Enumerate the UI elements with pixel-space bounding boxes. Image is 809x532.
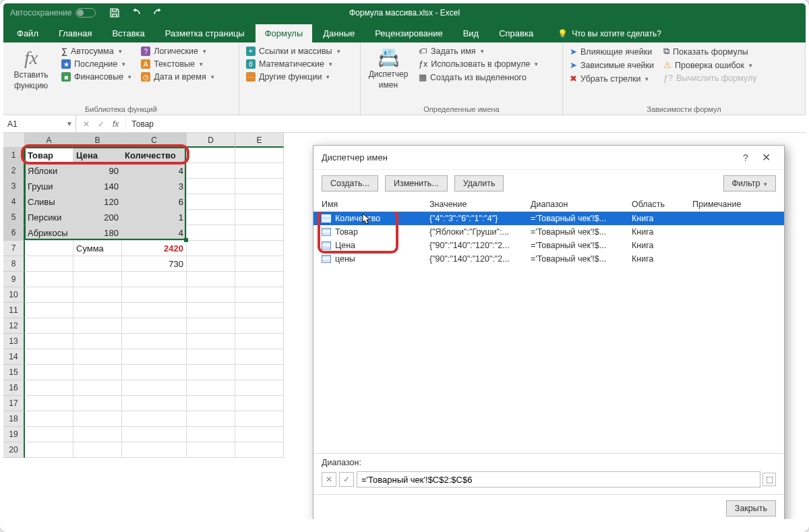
cell[interactable]: 120 (73, 194, 122, 210)
row-header[interactable]: 4 (3, 194, 25, 210)
formula-input[interactable]: Товар (126, 115, 806, 132)
col-name[interactable]: Имя (322, 200, 429, 209)
tab-review[interactable]: Рецензирование (365, 24, 452, 42)
row-header[interactable]: 1 (3, 148, 25, 163)
cell[interactable]: 4 (122, 163, 187, 179)
create-from-selection-button[interactable]: ▦Создать из выделенного (416, 71, 541, 83)
grid[interactable]: Товар Цена Количество Яблоки904 Груши140… (25, 148, 284, 458)
close-button[interactable]: Закрыть (726, 500, 776, 516)
row-header[interactable]: 15 (3, 365, 25, 380)
tab-insert[interactable]: Вставка (102, 24, 154, 42)
col-header[interactable]: E (235, 133, 284, 148)
row-header[interactable]: 5 (3, 210, 25, 225)
cell[interactable]: Груши (25, 179, 73, 194)
cell[interactable]: Сумма (73, 241, 122, 256)
cell[interactable]: 730 (122, 256, 187, 272)
evaluate-formula-button[interactable]: ƒ?Вычислить формулу (661, 73, 759, 84)
insert-function-button[interactable]: fx Вставить функцию (7, 45, 55, 93)
lookup-button[interactable]: ⌖Ссылки и массивы▾ (243, 46, 343, 57)
close-icon[interactable]: ✕ (756, 151, 776, 164)
accept-range-icon[interactable]: ✓ (339, 472, 354, 487)
row-header[interactable]: 7 (3, 241, 25, 256)
row-header[interactable]: 13 (3, 334, 25, 349)
cell[interactable]: 1 (122, 210, 187, 225)
row-header[interactable]: 16 (3, 380, 25, 396)
tab-view[interactable]: Вид (454, 24, 489, 42)
cell[interactable]: 90 (73, 163, 122, 179)
list-item[interactable]: цены {"90":"140":"120":"2... ='Товарный … (313, 252, 784, 266)
select-all-corner[interactable] (3, 133, 25, 148)
cell[interactable]: 2420 (122, 241, 187, 256)
row-header[interactable]: 9 (3, 272, 25, 287)
cell[interactable]: 200 (73, 210, 122, 225)
collapse-dialog-icon[interactable]: ⬚ (762, 473, 776, 486)
range-input[interactable]: ='Товарный чек'!$C$2:$C$6 (357, 471, 760, 487)
row-header[interactable]: 18 (3, 411, 25, 427)
row-header[interactable]: 6 (3, 225, 25, 241)
dialog-titlebar[interactable]: Диспетчер имен ? ✕ (313, 146, 784, 170)
row-header[interactable]: 3 (3, 179, 25, 194)
financial-button[interactable]: ■Финансовые▾ (59, 71, 134, 82)
row-header[interactable]: 12 (3, 318, 25, 334)
tab-formulas[interactable]: Формулы (256, 24, 313, 42)
cell[interactable] (187, 148, 235, 163)
row-header[interactable]: 14 (3, 349, 25, 365)
fill-handle[interactable] (184, 238, 188, 242)
use-in-formula-button[interactable]: ƒxИспользовать в формуле▾ (416, 59, 541, 69)
autosum-button[interactable]: ∑Автосумма▾ (59, 46, 134, 57)
tab-page-layout[interactable]: Разметка страницы (156, 24, 254, 42)
list-item[interactable]: Товар {"Яблоки":"Груши":... ='Товарный ч… (313, 225, 784, 239)
row-header[interactable]: 2 (3, 163, 25, 179)
cell[interactable]: Яблоки (25, 163, 73, 179)
edit-button[interactable]: Изменить... (385, 175, 448, 191)
remove-arrows-button[interactable]: ✖Убрать стрелки▾ (567, 73, 657, 84)
cell[interactable]: 6 (122, 194, 187, 210)
cell[interactable]: 180 (73, 225, 122, 241)
list-item-selected[interactable]: Количество {"4":"3":"6":"1":"4"} ='Товар… (313, 212, 784, 225)
cell[interactable]: 4 (122, 225, 187, 241)
cancel-range-icon[interactable]: ✕ (322, 472, 336, 487)
row-header[interactable]: 20 (3, 442, 25, 458)
tab-file[interactable]: Файл (7, 24, 48, 42)
show-formulas-button[interactable]: ⧉Показать формулы (661, 46, 759, 57)
tab-help[interactable]: Справка (489, 24, 543, 42)
fx-icon[interactable]: fx (113, 119, 119, 129)
trace-dependents-button[interactable]: ➤Зависимые ячейки (567, 59, 657, 71)
cell[interactable]: 3 (122, 179, 187, 194)
new-button[interactable]: Создать... (322, 175, 378, 191)
save-icon[interactable] (109, 7, 120, 18)
tell-me-input[interactable]: 💡 Что вы хотите сделать? (551, 25, 668, 42)
cell[interactable] (235, 148, 284, 163)
logical-button[interactable]: ?Логические▾ (138, 46, 217, 57)
row-header[interactable]: 11 (3, 303, 25, 318)
cancel-icon[interactable]: ✕ (83, 119, 90, 129)
tab-home[interactable]: Главная (49, 24, 101, 42)
row-header[interactable]: 17 (3, 396, 25, 411)
name-manager-button[interactable]: 📇 Диспетчер имен (365, 45, 412, 92)
col-header[interactable]: B (73, 133, 122, 148)
col-header[interactable]: C (122, 133, 187, 148)
recent-button[interactable]: ★Последние▾ (59, 59, 134, 69)
cell[interactable]: Количество (122, 148, 187, 163)
row-header[interactable]: 19 (3, 427, 25, 442)
cell[interactable]: Товар (25, 148, 73, 163)
trace-precedents-button[interactable]: ➤Влияющие ячейки (567, 46, 657, 57)
cell[interactable]: Персики (25, 210, 73, 225)
more-fn-button[interactable]: ⋯Другие функции▾ (243, 71, 343, 82)
math-button[interactable]: θМатематические▾ (243, 59, 343, 69)
delete-button[interactable]: Удалить (454, 175, 504, 191)
datetime-button[interactable]: ◷Дата и время▾ (138, 71, 217, 82)
text-button[interactable]: AТекстовые▾ (138, 59, 217, 69)
accept-icon[interactable]: ✓ (98, 119, 104, 129)
cell[interactable]: 140 (73, 179, 122, 194)
filter-button[interactable]: Фильтр ▾ (723, 175, 776, 191)
redo-icon[interactable] (152, 7, 163, 18)
col-header[interactable]: A (25, 133, 73, 148)
col-range[interactable]: Диапазон (531, 200, 632, 209)
col-value[interactable]: Значение (429, 200, 531, 209)
col-scope[interactable]: Область (632, 200, 692, 209)
tab-data[interactable]: Данные (313, 24, 364, 42)
row-header[interactable]: 8 (3, 256, 25, 272)
cell[interactable]: Абрикосы (25, 225, 73, 241)
cell[interactable]: Цена (73, 148, 122, 163)
